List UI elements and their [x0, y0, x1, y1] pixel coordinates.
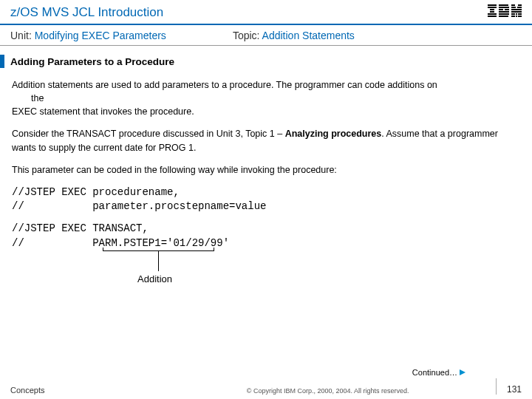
svg-rect-14 [511, 4, 515, 6]
annotation: Addition [12, 258, 520, 302]
svg-rect-16 [511, 7, 516, 8]
svg-rect-17 [517, 7, 522, 8]
svg-rect-20 [511, 13, 515, 15]
svg-rect-5 [488, 16, 497, 17]
unit-prefix: Unit: [10, 30, 35, 41]
footer-copyright: © Copyright IBM Corp., 2000, 2004. All r… [44, 387, 485, 395]
accent-block-icon [0, 55, 4, 68]
svg-rect-12 [499, 16, 508, 17]
svg-rect-0 [488, 4, 497, 6]
footer-left: Concepts [10, 386, 44, 395]
paragraph-2: Consider the TRANSACT procedure discusse… [12, 127, 520, 154]
svg-rect-6 [499, 4, 508, 6]
para1-line2: the [12, 92, 520, 105]
svg-rect-1 [488, 7, 497, 8]
page-number: 131 [507, 384, 522, 395]
para2-bold: Analyzing procedures [285, 129, 382, 139]
svg-rect-4 [488, 13, 497, 15]
annotation-label: Addition [137, 273, 172, 287]
course-title: z/OS MVS JCL Introduction [10, 5, 163, 20]
annotation-line-v [158, 250, 159, 271]
svg-rect-24 [518, 16, 522, 17]
paragraph-3: This parameter can be coded in the follo… [12, 163, 520, 177]
ibm-logo [488, 4, 522, 21]
unit-label: Unit: Modifying EXEC Parameters [10, 30, 166, 41]
topic-label: Topic: Addition Statements [233, 30, 355, 41]
code-block-1: //JSTEP EXEC procedurename, // parameter… [12, 185, 520, 214]
para1-line1: Addition statements are used to add para… [12, 80, 437, 90]
subheader: Unit: Modifying EXEC Parameters Topic: A… [0, 25, 532, 46]
svg-rect-11 [499, 13, 509, 15]
topic-link[interactable]: Addition Statements [262, 30, 355, 41]
unit-link[interactable]: Modifying EXEC Parameters [35, 30, 166, 41]
paragraph-1: Addition statements are used to add para… [12, 78, 520, 118]
svg-rect-25 [516, 16, 517, 17]
svg-rect-23 [511, 16, 515, 17]
content-body: Addition statements are used to add para… [0, 68, 532, 302]
topic-prefix: Topic: [233, 30, 262, 41]
svg-rect-9 [505, 9, 509, 10]
footer-divider [496, 378, 497, 395]
svg-rect-21 [518, 13, 522, 15]
annotation-tick-right [214, 248, 214, 251]
svg-rect-15 [518, 4, 522, 6]
footer: Concepts © Copyright IBM Corp., 2000, 20… [0, 378, 532, 395]
para1-line3: EXEC statement that invokes the procedur… [12, 106, 194, 117]
svg-rect-13 [505, 11, 509, 13]
continued-text: Continued… [412, 368, 457, 377]
continued-indicator: Continued… [412, 368, 466, 377]
svg-rect-22 [516, 13, 517, 15]
para2-part-a: Consider the TRANSACT procedure discusse… [12, 129, 285, 139]
svg-rect-18 [511, 9, 522, 10]
arrow-right-icon [460, 369, 466, 375]
section-title: Adding Parameters to a Procedure [10, 56, 174, 67]
header-bar: z/OS MVS JCL Introduction [0, 0, 532, 25]
section-heading-row: Adding Parameters to a Procedure [0, 55, 532, 68]
svg-rect-19 [511, 11, 522, 13]
code-block-2: //JSTEP EXEC TRANSACT, // PARM.PSTEP1='0… [12, 222, 520, 250]
svg-rect-3 [490, 11, 494, 13]
annotation-tick-left [103, 248, 103, 251]
svg-rect-8 [499, 9, 503, 10]
svg-rect-2 [490, 9, 494, 10]
svg-rect-7 [499, 7, 509, 8]
